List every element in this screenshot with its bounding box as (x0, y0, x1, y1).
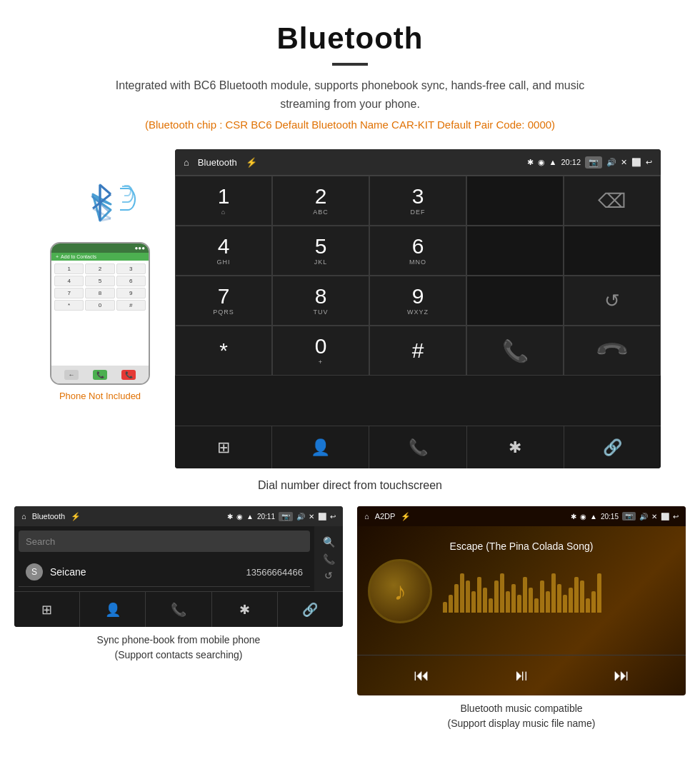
viz-bar-16 (534, 598, 539, 613)
sidebar-sync-icon[interactable]: ↺ (324, 570, 333, 581)
nav-phone-btn[interactable]: 📞 (369, 426, 466, 468)
car-screen-dialpad[interactable]: ⌂ Bluetooth ⚡ ✱ ◉ ▲ 20:12 📷 🔊 ✕ ⬜ ↩ 1 ⌂ (175, 149, 661, 468)
nav-link-btn[interactable]: 🔗 (564, 426, 661, 468)
dial-sub-3: DEF (411, 208, 426, 216)
music-close-icon: ✕ (651, 513, 657, 521)
pb-cam-icon: 📷 (279, 512, 293, 521)
viz-bar-4 (466, 581, 470, 613)
music-car-screen[interactable]: ⌂ A2DP ⚡ ✱ ◉ ▲ 20:15 📷 🔊 ✕ ⬜ ↩ (357, 506, 686, 695)
music-song-title: Escape (The Pina Colada Song) (450, 541, 594, 552)
wave-2 (122, 186, 134, 203)
mock-end-btn: 📞 (121, 370, 136, 380)
close-icon[interactable]: ✕ (621, 158, 627, 167)
viz-bar-1 (449, 595, 453, 613)
music-loc-icon: ◉ (580, 513, 586, 521)
dial-key-1[interactable]: 1 ⌂ (175, 176, 272, 226)
dial-num-7: 7 (218, 286, 230, 307)
viz-bar-22 (569, 588, 573, 613)
dial-key-0[interactable]: 0 + (272, 326, 369, 376)
dial-key-9[interactable]: 9 WXYZ (369, 276, 466, 326)
music-back-icon: ↩ (673, 513, 679, 521)
pb-title: Bluetooth (32, 512, 65, 521)
dial-sub-7: PQRS (213, 308, 234, 316)
phonebook-screen-wrap: ⌂ Bluetooth ⚡ ✱ ◉ ▲ 20:11 📷 🔊 ✕ ⬜ ↩ (14, 506, 343, 731)
title-divider (332, 63, 368, 66)
viz-bar-19 (551, 573, 556, 613)
dial-key-call-green[interactable]: 📞 (466, 326, 564, 376)
pb-usb-icon: ⚡ (71, 512, 81, 521)
nav-grid-btn[interactable]: ⊞ (175, 426, 272, 468)
dial-sub-4: GHI (216, 258, 230, 266)
mock-phone: ●●● + Add to Contacts 1 2 3 4 5 6 7 8 9 … (50, 242, 150, 385)
green-phone-icon: 📞 (502, 338, 529, 363)
music-status-left: ⌂ A2DP ⚡ (364, 512, 411, 521)
dial-key-hash[interactable]: # (369, 326, 466, 376)
svg-line-1 (100, 185, 111, 194)
next-btn[interactable]: ⏭ (603, 663, 640, 688)
music-screen-wrap: ⌂ A2DP ⚡ ✱ ◉ ▲ 20:15 📷 🔊 ✕ ⬜ ↩ (357, 506, 686, 731)
dial-key-empty-2 (466, 226, 564, 276)
play-pause-btn[interactable]: ⏯ (503, 663, 540, 688)
viz-bar-3 (460, 573, 464, 613)
music-status-right: ✱ ◉ ▲ 20:15 📷 🔊 ✕ ⬜ ↩ (571, 512, 679, 521)
pb-close-icon: ✕ (309, 513, 314, 521)
home-icon[interactable]: ⌂ (184, 157, 189, 168)
dial-key-6[interactable]: 6 MNO (369, 226, 466, 276)
pb-nav-phone[interactable]: 📞 (146, 592, 211, 627)
pb-nav-link[interactable]: 🔗 (278, 592, 343, 627)
wifi-icon: ▲ (549, 158, 557, 166)
location-icon: ◉ (538, 158, 545, 167)
dial-key-star[interactable]: * (175, 326, 272, 376)
bluetooth-status-icon: ✱ (527, 158, 534, 167)
search-bar[interactable]: Search (19, 531, 310, 552)
phonebook-caption-line1: Sync phone-book from mobile phone (97, 634, 261, 645)
sidebar-call-icon[interactable]: 📞 (323, 553, 335, 565)
pb-nav-grid[interactable]: ⊞ (14, 592, 80, 627)
viz-bar-2 (454, 584, 459, 613)
dial-num-0: 0 (315, 336, 327, 357)
nav-bluetooth-btn[interactable]: ✱ (467, 426, 564, 468)
viz-bar-27 (597, 573, 601, 613)
volume-icon[interactable]: 🔊 (606, 158, 616, 167)
phonebook-padding: Search S Seicane 13566664466 (14, 526, 314, 591)
mock-key-8: 8 (85, 288, 114, 298)
dial-key-4[interactable]: 4 GHI (175, 226, 272, 276)
status-bar-right: ✱ ◉ ▲ 20:12 📷 🔊 ✕ ⬜ ↩ (527, 156, 652, 169)
dial-sub-1: ⌂ (221, 208, 226, 216)
pb-nav-person[interactable]: 👤 (80, 592, 146, 627)
dial-key-refresh[interactable]: ↺ (564, 276, 661, 326)
dial-key-2[interactable]: 2 ABC (272, 176, 369, 226)
window-icon[interactable]: ⬜ (631, 158, 641, 167)
main-screenshot-area: ●●● + Add to Contacts 1 2 3 4 5 6 7 8 9 … (0, 142, 700, 472)
dial-num-8: 8 (315, 286, 327, 307)
dial-key-7[interactable]: 7 PQRS (175, 276, 272, 326)
bottom-screens: ⌂ Bluetooth ⚡ ✱ ◉ ▲ 20:11 📷 🔊 ✕ ⬜ ↩ (0, 506, 700, 738)
camera-icon[interactable]: 📷 (585, 156, 602, 169)
album-art: ♪ (368, 559, 432, 623)
music-visualizer (443, 570, 601, 613)
dial-key-8[interactable]: 8 TUV (272, 276, 369, 326)
back-icon[interactable]: ↩ (646, 158, 652, 167)
mock-phone-bottom-bar: ← 📞 📞 (51, 366, 149, 383)
dial-key-3[interactable]: 3 DEF (369, 176, 466, 226)
dialpad: 1 ⌂ 2 ABC 3 DEF ⌫ 4 GHI 5 JKL (175, 175, 661, 426)
viz-bar-20 (557, 584, 561, 613)
dial-key-backspace[interactable]: ⌫ (564, 176, 661, 226)
red-phone-icon: 📞 (594, 333, 631, 369)
pb-nav-bt[interactable]: ✱ (212, 592, 278, 627)
bluetooth-icon (86, 181, 114, 224)
contact-row[interactable]: S Seicane 13566664466 (19, 558, 310, 587)
dial-num-3: 3 (412, 186, 424, 207)
viz-bar-15 (529, 588, 533, 613)
prev-btn[interactable]: ⏮ (403, 663, 440, 688)
nav-contacts-btn[interactable]: 👤 (272, 426, 369, 468)
dial-num-6: 6 (412, 236, 424, 257)
mock-phone-keypad: 1 2 3 4 5 6 7 8 9 * 0 # (54, 263, 146, 311)
sidebar-search-icon[interactable]: 🔍 (323, 536, 335, 548)
mock-key-star: * (54, 300, 84, 311)
pb-bt-icon: ✱ (227, 513, 233, 521)
phonebook-status-bar: ⌂ Bluetooth ⚡ ✱ ◉ ▲ 20:11 📷 🔊 ✕ ⬜ ↩ (14, 506, 343, 526)
dial-key-5[interactable]: 5 JKL (272, 226, 369, 276)
dial-key-call-red[interactable]: 📞 (564, 326, 661, 376)
phonebook-car-screen[interactable]: ⌂ Bluetooth ⚡ ✱ ◉ ▲ 20:11 📷 🔊 ✕ ⬜ ↩ (14, 506, 343, 627)
